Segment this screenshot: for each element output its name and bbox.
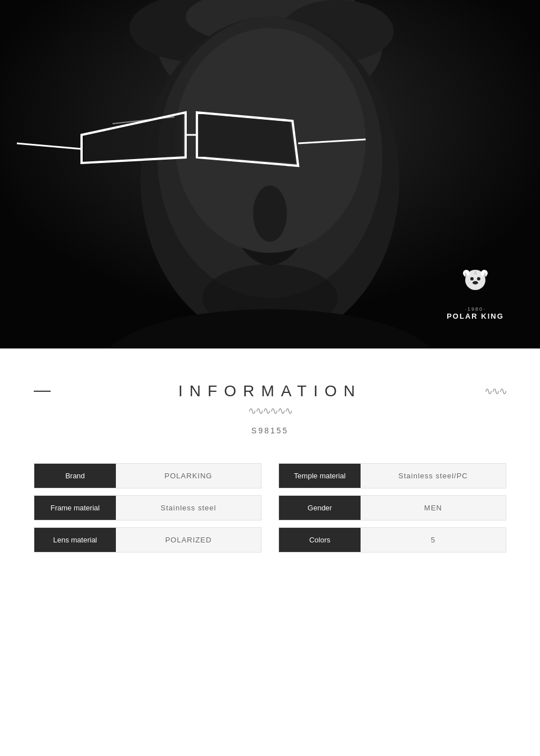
svg-point-23 xyxy=(470,277,474,280)
spec-row: Gender MEN xyxy=(278,495,506,520)
specs-right-column: Temple material Stainless steel/PC Gende… xyxy=(278,463,506,559)
polar-king-logo-icon xyxy=(444,268,506,304)
spec-row: Brand POLARKING xyxy=(34,463,262,488)
spec-value: Stainless steel/PC xyxy=(361,464,506,488)
spec-value: 5 xyxy=(361,528,506,552)
brand-year: ·1980· xyxy=(444,306,506,312)
svg-point-24 xyxy=(477,277,480,280)
spec-value: POLARKING xyxy=(116,464,261,488)
wave-center-decoration: ∿∿∿∿∿∿ xyxy=(22,405,518,417)
svg-marker-12 xyxy=(199,114,295,163)
brand-logo-container: ·1980· POLAR KING xyxy=(444,268,506,320)
hero-image-section: ·1980· POLAR KING xyxy=(0,0,540,348)
spec-row: Colors 5 xyxy=(278,527,506,553)
spec-value: POLARIZED xyxy=(116,528,261,552)
spec-label: Colors xyxy=(279,528,361,552)
brand-name: POLAR KING xyxy=(444,312,506,320)
spec-value: MEN xyxy=(361,496,506,520)
specs-left-column: Brand POLARKING Frame material Stainless… xyxy=(34,463,262,559)
info-section: INFORMATION ∿∿∿ ∿∿∿∿∿∿ S98155 Brand POLA… xyxy=(0,348,540,582)
spec-label: Temple material xyxy=(279,464,361,488)
product-code: S98155 xyxy=(22,426,518,435)
hero-background: ·1980· POLAR KING xyxy=(0,0,540,348)
spec-label: Frame material xyxy=(34,496,116,520)
section-title: INFORMATION xyxy=(178,382,362,400)
svg-point-25 xyxy=(472,281,478,284)
spec-row: Lens material POLARIZED xyxy=(34,527,262,553)
info-header: INFORMATION ∿∿∿ xyxy=(22,382,518,400)
spec-label: Brand xyxy=(34,464,116,488)
spec-label: Lens material xyxy=(34,528,116,552)
spec-row: Frame material Stainless steel xyxy=(34,495,262,520)
spec-label: Gender xyxy=(279,496,361,520)
svg-point-8 xyxy=(253,185,287,242)
specs-container: Brand POLARKING Frame material Stainless… xyxy=(22,463,518,559)
wave-right-decoration: ∿∿∿ xyxy=(484,385,506,397)
dash-left-decoration xyxy=(34,391,51,392)
spec-value: Stainless steel xyxy=(116,496,261,520)
spec-row: Temple material Stainless steel/PC xyxy=(278,463,506,488)
